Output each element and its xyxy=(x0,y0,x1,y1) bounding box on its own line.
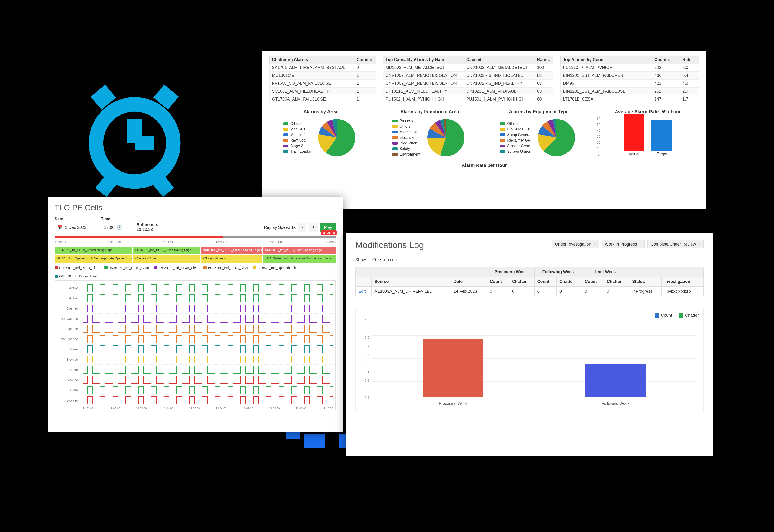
legend-item[interactable]: GT8528_Ind_OpenedLimit xyxy=(253,266,296,270)
legend-swatch xyxy=(679,313,683,318)
col-header[interactable]: Chattering Alarms xyxy=(269,56,354,64)
col-header[interactable]: Chatter xyxy=(557,277,582,287)
table-row[interactable]: SC1001_ALM_FIELDHEALTHY1 xyxy=(269,88,376,95)
table-row[interactable]: DM964214.8 xyxy=(561,80,699,88)
table-row[interactable]: MC1801Chn1 xyxy=(269,72,376,80)
event-segment[interactable]: BN851PE_Ind_PE4A_Clear:Leading Edge 1 xyxy=(201,247,262,254)
speed-plus-button[interactable]: + xyxy=(308,223,318,232)
table-row[interactable]: GT1706A_ALM_FAILCLOSE1 xyxy=(269,95,376,103)
event-segment[interactable]: <None>:<None> xyxy=(133,255,200,263)
col-header[interactable]: Rate⇅ xyxy=(535,56,553,64)
legend-item[interactable]: Others xyxy=(283,122,311,126)
legend-item[interactable]: Count xyxy=(655,313,672,318)
col-header[interactable]: Chatter xyxy=(604,277,629,287)
legend-item[interactable]: Safety xyxy=(393,147,420,151)
bar[interactable]: Actual xyxy=(624,114,644,156)
col-header[interactable]: Status xyxy=(629,277,662,287)
date-input[interactable]: 📅 1 Dec 2022 xyxy=(55,223,89,232)
legend-item[interactable]: Stage 2 xyxy=(283,144,311,148)
legend-item[interactable]: Train Loader xyxy=(283,149,311,154)
legend-item[interactable]: Process xyxy=(393,119,420,123)
legend-item[interactable]: Raw Coal xyxy=(283,138,311,143)
filter-chip[interactable]: Work In Progress× xyxy=(602,240,645,248)
table-row[interactable]: CNV1002_ALM_REMOTEISOLATIONCNV1002RIS_IN… xyxy=(383,72,553,80)
bar[interactable]: Target xyxy=(651,120,672,156)
legend-item[interactable]: Production xyxy=(393,141,420,145)
col-header[interactable]: Rate xyxy=(680,56,699,64)
legend-item[interactable]: BN851PE_Ind_PE1B_Clear xyxy=(104,266,149,270)
sort-icon[interactable]: ⇅ xyxy=(369,58,372,62)
table-row[interactable]: PU1502_I_ALM_PVHIGHHIGHPU1501_I_ALM_PVHI… xyxy=(383,95,553,103)
legend-item[interactable]: Electrical xyxy=(393,136,420,140)
col-header[interactable]: Source xyxy=(371,277,451,287)
table-row[interactable]: MD1002_ALM_METALDETECTCNV1002_ALM_METALD… xyxy=(383,64,553,72)
legend-item[interactable]: Sump Genera xyxy=(500,133,531,137)
legend-item[interactable]: Reclaimer Ge xyxy=(500,138,531,143)
col-header[interactable]: Count xyxy=(534,277,557,287)
legend-item[interactable]: Environment xyxy=(393,152,420,156)
entries-select[interactable]: 10 xyxy=(368,256,382,263)
table-row[interactable]: Edit AE1883A_ALM_DRIVEFAILED14 Feb 20230… xyxy=(355,287,704,296)
event-segment[interactable]: BN851PE_Ind_PE4B_Clear:Leading Edge 2 xyxy=(263,247,335,254)
legend-item[interactable]: Others xyxy=(393,124,420,129)
chip-remove-icon[interactable]: × xyxy=(594,242,596,247)
col-header[interactable]: Date xyxy=(451,277,487,287)
axis-tick: 1.0 xyxy=(360,318,369,322)
legend-swatch xyxy=(500,139,505,142)
table-row[interactable]: PU1810_P_ALM_PVHIGH5226.0 xyxy=(561,64,699,72)
table-row[interactable]: BIN1201_ES1_ALM_FAILOPEN4665.4 xyxy=(561,72,699,80)
legend-item[interactable]: Module 2 xyxy=(283,133,311,137)
bar[interactable] xyxy=(423,339,483,397)
col-header[interactable]: Count⇅ xyxy=(354,56,376,64)
event-segment[interactable]: TLO_Master_Ind_InLoadZone:Wagon Load Zon… xyxy=(263,255,335,263)
speed-minus-button[interactable]: - xyxy=(298,223,306,232)
legend-item[interactable]: BN851PE_Ind_PE1B_Clear xyxy=(55,266,100,270)
table-row[interactable]: DP1821E_ALM_FIELDHEALTHYDP1821E_ALM_VFDF… xyxy=(383,88,553,95)
table-cell: CNV1002_ALM_REMOTEISOLATION xyxy=(383,80,464,88)
axis-label: Following Week xyxy=(602,401,630,406)
chip-remove-icon[interactable]: × xyxy=(698,242,701,247)
legend-item[interactable]: Chatter xyxy=(679,313,699,318)
legend-label: BN851PE_Ind_PE1B_Clear xyxy=(109,266,149,270)
col-header[interactable]: Top Causality Alarms by Rate xyxy=(383,56,464,64)
table-row[interactable]: LT1761B_OZSA1471.7 xyxy=(561,95,699,103)
col-header[interactable]: Chatter xyxy=(509,277,534,287)
legend-item[interactable]: Screen Gener xyxy=(500,149,531,154)
legend-item[interactable]: Bin Surge 301 xyxy=(500,127,531,131)
event-segment[interactable]: GT8528_Ind_OpenedLimit:Discharge Gate Op… xyxy=(55,255,132,263)
bar-label: Actual xyxy=(629,152,639,156)
event-segment[interactable]: <None>:<None> xyxy=(201,255,262,263)
legend-item[interactable]: BN851PE_Ind_PE4B_Clear xyxy=(203,266,248,270)
table-row[interactable]: BIN1201_ES1_ALM_FAILCLOSE2522.9 xyxy=(561,88,699,95)
legend-item[interactable]: Stacker Gene xyxy=(500,144,531,148)
timeline-slider[interactable]: 02:38:00 xyxy=(55,236,335,238)
axis-tick: 13:01:00 xyxy=(83,407,94,410)
lane-label: Not Opened xyxy=(55,314,80,324)
legend-item[interactable]: BN851PE_Ind_PE4A_Clear xyxy=(154,266,199,270)
legend-item[interactable]: Mechanical xyxy=(393,130,420,134)
col-header[interactable]: Count xyxy=(582,277,604,287)
col-header[interactable]: Investigation | xyxy=(662,277,704,287)
event-segment[interactable]: BN851PE_Ind_PE1B_Clear:Trailing Edge 1 xyxy=(55,247,132,254)
svg-line-4 xyxy=(159,91,173,103)
legend-item[interactable]: Others xyxy=(500,122,531,126)
chip-remove-icon[interactable]: × xyxy=(639,242,642,247)
bar[interactable] xyxy=(585,364,646,397)
col-header[interactable]: Count⇅ xyxy=(652,56,680,64)
legend-item[interactable]: Module 1 xyxy=(283,127,311,131)
col-header[interactable]: Top Alarms by Count xyxy=(561,56,652,64)
col-header[interactable]: Count xyxy=(487,277,509,287)
edit-link[interactable]: Edit xyxy=(358,289,365,294)
lane-label: Opened xyxy=(55,303,80,314)
event-segment[interactable]: BN851PE_Ind_PE1B_Clear:Trailing Edge 1 xyxy=(133,247,200,254)
sort-icon[interactable]: ⇅ xyxy=(547,58,550,62)
table-row[interactable]: CNV1002_ALM_REMOTEISOLATIONCNV1002RIS_IN… xyxy=(383,80,553,88)
legend-item[interactable]: GT8528_Ind_OpenedLimit xyxy=(55,274,97,278)
col-header[interactable]: Caused xyxy=(464,56,535,64)
filter-chip[interactable]: Under Investigation× xyxy=(552,240,599,248)
filter-chip[interactable]: Complete/Under Review× xyxy=(647,240,704,248)
sort-icon[interactable]: ⇅ xyxy=(667,58,670,62)
time-input[interactable]: 13:00 🕐 xyxy=(101,223,125,232)
table-row[interactable]: PF1605_VO_ALM_FAILCLOSE1 xyxy=(269,80,376,88)
table-row[interactable]: SK1701_ALM_FIREALARM_SYSFAULT9 xyxy=(269,64,376,72)
